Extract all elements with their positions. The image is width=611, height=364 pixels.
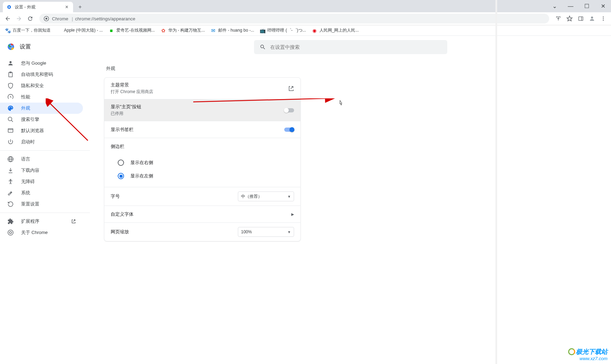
app-header: 设置 [0, 39, 90, 55]
scrollbar[interactable] [495, 0, 497, 364]
sidebar-item-appearance[interactable]: 外观 [0, 103, 83, 114]
clipboard-icon [7, 71, 14, 78]
wrench-icon [7, 189, 14, 196]
home-button-title: 显示"主页"按钮 [111, 104, 284, 110]
sidebar-item-default-browser[interactable]: 默认浏览器 [0, 125, 83, 136]
bookmark-star-icon[interactable] [565, 14, 574, 24]
settings-search[interactable] [254, 40, 447, 54]
svg-point-23 [9, 232, 12, 234]
bookmark-item[interactable]: ◉人民网_网上的人民... [310, 26, 361, 35]
search-input[interactable] [270, 44, 442, 50]
url-prefix: Chrome [52, 16, 68, 21]
new-tab-button[interactable]: + [75, 2, 85, 12]
svg-point-1 [45, 18, 47, 19]
chrome-logo-icon [7, 43, 15, 51]
sidebar-item-system[interactable]: 系统 [0, 187, 83, 199]
font-size-dropdown[interactable]: 中（推荐）▼ [238, 191, 294, 201]
settings-main: 外观 主题背景 打开 Chrome 应用商店 显示"主页"按钮 已停用 显示书签… [90, 36, 611, 364]
maximize-button[interactable]: ☐ [579, 0, 595, 12]
globe-icon [7, 156, 14, 163]
people-icon: ◉ [312, 28, 317, 33]
theme-title: 主题背景 [111, 82, 288, 88]
bookmarks-bar-row[interactable]: 显示书签栏 [104, 121, 300, 138]
restore-icon [7, 201, 14, 208]
svg-point-5 [603, 17, 604, 18]
chevron-down-icon: ▼ [287, 195, 291, 199]
address-bar[interactable]: Chrome | chrome://settings/appearance [39, 14, 549, 24]
chevron-right-icon: ▸ [291, 211, 294, 217]
sidebar-item-you-and-google[interactable]: 您与 Google [0, 58, 83, 69]
palette-icon [7, 105, 14, 112]
search-icon [260, 44, 266, 50]
sidebar-item-about-chrome[interactable]: 关于 Chrome [0, 227, 83, 238]
share-icon[interactable] [553, 14, 563, 24]
window-titlebar: 设置 - 外观 ✕ + ⌄ — ☐ ✕ [0, 0, 611, 12]
reload-button[interactable] [25, 14, 35, 24]
home-button-row[interactable]: 显示"主页"按钮 已停用 [104, 99, 300, 121]
kebab-menu-icon[interactable] [598, 14, 608, 24]
bookmark-item[interactable]: 📺哔哩哔哩 (゜-゜)つ... [258, 26, 308, 35]
custom-fonts-row[interactable]: 自定义字体 ▸ [104, 206, 300, 222]
bookmarks-bar-toggle[interactable] [284, 128, 294, 132]
tab-search-icon[interactable]: ⌄ [546, 0, 563, 12]
chrome-icon [7, 229, 14, 236]
svg-rect-16 [8, 129, 13, 132]
svg-point-14 [8, 117, 12, 121]
svg-point-6 [603, 18, 604, 19]
sidebar-item-search-engine[interactable]: 搜索引擎 [0, 114, 83, 125]
sidebar-item-on-startup[interactable]: 启动时 [0, 136, 83, 148]
external-link-icon [71, 219, 76, 224]
profile-icon[interactable] [587, 14, 597, 24]
watermark-logo-icon [568, 348, 575, 355]
sidebar-item-downloads[interactable]: 下载内容 [0, 165, 83, 176]
page-zoom-dropdown[interactable]: 100%▼ [238, 227, 294, 237]
page-zoom-row: 网页缩放 100%▼ [104, 222, 300, 241]
sidebar-item-performance[interactable]: 性能 [0, 91, 83, 103]
svg-point-4 [591, 17, 593, 19]
apple-icon [56, 28, 62, 33]
settings-nav: 您与 Google 自动填充和密码 隐私和安全 性能 外观 搜索引擎 默认浏览器… [0, 55, 90, 241]
sidebar-item-accessibility[interactable]: 无障碍 [0, 176, 83, 187]
watermark: 极光下载站 www.xz7.com [568, 347, 607, 361]
svg-rect-2 [579, 17, 583, 21]
font-size-row: 字号 中（推荐）▼ [104, 187, 300, 206]
sidebar-item-extensions[interactable]: 扩展程序 [0, 216, 83, 227]
minimize-button[interactable]: — [563, 0, 579, 12]
huawei-icon: ✿ [161, 28, 166, 33]
sidebar-right-option[interactable]: 显示在右侧 [111, 156, 294, 169]
sidebar-item-reset[interactable]: 重置设置 [0, 199, 83, 210]
browser-toolbar: Chrome | chrome://settings/appearance [0, 12, 611, 25]
sidebar-item-languages[interactable]: 语言 [0, 154, 83, 165]
bookmark-item[interactable]: ■爱奇艺-在线视频网... [106, 26, 157, 35]
browser-tab-0[interactable]: 设置 - 外观 ✕ [3, 2, 73, 12]
close-window-button[interactable]: ✕ [595, 0, 611, 12]
back-button[interactable] [3, 14, 13, 24]
bookmark-item[interactable]: ✿华为 - 构建万物互... [158, 26, 207, 35]
close-tab-icon[interactable]: ✕ [64, 4, 70, 10]
home-button-toggle[interactable] [284, 108, 294, 112]
paw-icon: 🐾 [5, 28, 11, 33]
browser-icon [7, 127, 14, 134]
side-panel-icon[interactable] [576, 14, 586, 24]
accessibility-icon [7, 178, 14, 185]
window-controls: ⌄ — ☐ ✕ [546, 0, 611, 12]
iqiyi-icon: ■ [109, 28, 114, 33]
svg-point-22 [8, 230, 13, 235]
bookmark-item[interactable]: 🐾百度一下，你就知道 [3, 26, 53, 35]
nav-divider [0, 150, 90, 151]
chrome-icon [44, 16, 49, 21]
section-title: 外观 [106, 65, 597, 72]
theme-row[interactable]: 主题背景 打开 Chrome 应用商店 [104, 78, 300, 99]
forward-button[interactable] [14, 14, 24, 24]
svg-point-21 [10, 179, 11, 180]
sidebar-item-privacy[interactable]: 隐私和安全 [0, 80, 83, 91]
sidebar-position-group: 显示在右侧 显示在左侧 [104, 155, 300, 187]
home-button-sub: 已停用 [111, 111, 284, 117]
theme-sub: 打开 Chrome 应用商店 [111, 89, 288, 95]
bookmark-item[interactable]: ✉邮件 - huang bo -... [208, 26, 256, 35]
sidebar-left-option[interactable]: 显示在左侧 [111, 169, 294, 183]
svg-point-11 [9, 61, 12, 63]
bookmark-item[interactable]: Apple (中国大陆) - ... [54, 26, 105, 35]
bookmarks-bar-title: 显示书签栏 [111, 126, 284, 133]
sidebar-item-autofill[interactable]: 自动填充和密码 [0, 69, 83, 80]
